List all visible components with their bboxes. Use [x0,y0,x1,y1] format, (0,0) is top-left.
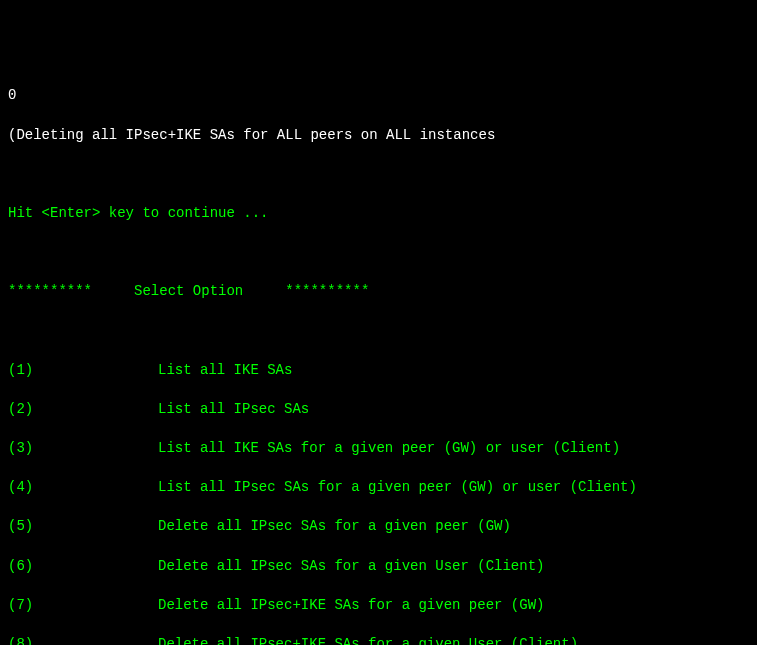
menu-option-7[interactable]: (7)Delete all IPsec+IKE SAs for a given … [8,596,749,616]
menu-header: ********** Select Option ********** [8,282,749,302]
menu-option-1[interactable]: (1)List all IKE SAs [8,361,749,381]
menu-header-title: Select Option [134,283,243,299]
menu-label: Delete all IPsec SAs for a given peer (G… [158,518,511,534]
menu-option-4[interactable]: (4)List all IPsec SAs for a given peer (… [8,478,749,498]
menu-num: (7) [8,596,158,616]
menu-num: (2) [8,400,158,420]
menu-label: Delete all IPsec+IKE SAs for a given pee… [158,597,544,613]
menu-label: List all IPsec SAs for a given peer (GW)… [158,479,637,495]
menu-option-8[interactable]: (8)Delete all IPsec+IKE SAs for a given … [8,635,749,645]
menu-label: List all IKE SAs [158,362,292,378]
menu-option-5[interactable]: (5)Delete all IPsec SAs for a given peer… [8,517,749,537]
menu-header-stars-left: ********** [8,283,92,299]
menu-label: Delete all IPsec+IKE SAs for a given Use… [158,636,578,645]
menu-option-3[interactable]: (3)List all IKE SAs for a given peer (GW… [8,439,749,459]
blank-line [8,322,749,342]
menu-option-2[interactable]: (2)List all IPsec SAs [8,400,749,420]
menu-num: (8) [8,635,158,645]
blank-line [8,243,749,263]
menu-num: (1) [8,361,158,381]
menu-num: (4) [8,478,158,498]
menu-header-stars-right: ********** [285,283,369,299]
menu-option-6[interactable]: (6)Delete all IPsec SAs for a given User… [8,557,749,577]
deleting-message: (Deleting all IPsec+IKE SAs for ALL peer… [8,126,749,146]
hit-enter-prompt: Hit <Enter> key to continue ... [8,204,749,224]
menu-label: List all IKE SAs for a given peer (GW) o… [158,440,620,456]
input-value: 0 [8,86,749,106]
menu-label: List all IPsec SAs [158,401,309,417]
menu-num: (5) [8,517,158,537]
menu-num: (6) [8,557,158,577]
menu-label: Delete all IPsec SAs for a given User (C… [158,558,544,574]
menu-num: (3) [8,439,158,459]
blank-line [8,165,749,185]
